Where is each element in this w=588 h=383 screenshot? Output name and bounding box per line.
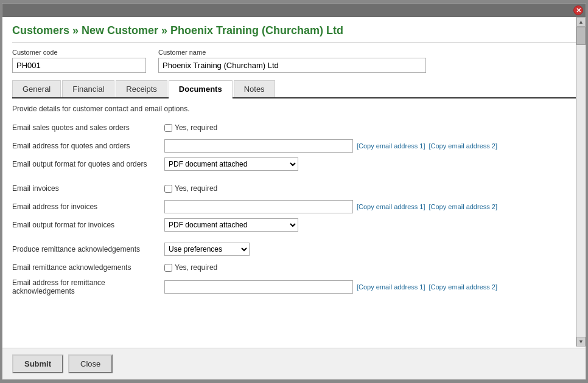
titlebar: ✕ [2, 4, 586, 17]
email-format-invoices-control: PDF document attached [164, 218, 576, 232]
produce-remittance-control: Use preferences [164, 243, 576, 256]
tab-documents[interactable]: Documents [169, 80, 233, 98]
produce-remittance-label: Produce remittance acknowledgements [12, 245, 164, 254]
copy-email2-remittance-link[interactable]: [Copy email address 2] [429, 283, 498, 291]
copy-email1-remittance-link[interactable]: [Copy email address 1] [357, 283, 425, 291]
email-remittance-label: Email remittance acknowledgements [12, 263, 164, 272]
email-address-remittance-label-group: Email address for remittance acknowledge… [12, 278, 164, 295]
email-address-invoices-row: Email address for invoices [Copy email a… [12, 199, 576, 214]
submit-button[interactable]: Submit [12, 354, 63, 373]
spacer2 [12, 236, 576, 242]
copy-email2-quotes-link[interactable]: [Copy email address 2] [429, 142, 498, 150]
customer-code-group: Customer code [12, 49, 146, 73]
spacer1 [12, 175, 576, 181]
scroll-thumb[interactable] [576, 27, 586, 45]
email-address-quotes-input[interactable] [164, 139, 353, 153]
email-address-invoices-input[interactable] [164, 200, 353, 213]
email-quotes-row: Email sales quotes and sales orders Yes,… [12, 120, 576, 135]
top-form-row: Customer code Customer name [12, 49, 576, 73]
close-button[interactable]: ✕ [573, 5, 583, 15]
produce-remittance-select[interactable]: Use preferences [164, 243, 250, 256]
email-address-invoices-label: Email address for invoices [12, 202, 164, 211]
tab-general[interactable]: General [12, 80, 61, 97]
close-footer-button[interactable]: Close [68, 354, 113, 373]
email-remittance-checkbox[interactable] [164, 264, 172, 272]
email-remittance-control: Yes, required [164, 263, 576, 272]
customer-name-input[interactable] [158, 58, 426, 73]
email-format-quotes-row: Email output format for quotes and order… [12, 157, 576, 171]
email-quotes-label: Email sales quotes and sales orders [12, 123, 164, 132]
copy-email1-quotes-link[interactable]: [Copy email address 1] [357, 142, 425, 150]
tab-financial[interactable]: Financial [62, 80, 114, 97]
tabs: General Financial Receipts Documents Not… [12, 80, 576, 98]
email-format-invoices-label: Email output format for invoices [12, 221, 164, 229]
email-address-quotes-label: Email address for quotes and orders [12, 142, 164, 150]
email-address-invoices-control: [Copy email address 1] [Copy email addre… [164, 200, 576, 213]
email-format-invoices-select[interactable]: PDF document attached [164, 218, 298, 232]
main-content: Customers » New Customer » Phoenix Train… [2, 17, 586, 348]
email-remittance-checkbox-label[interactable]: Yes, required [164, 263, 217, 272]
email-invoices-checkbox[interactable] [164, 185, 172, 193]
scroll-track[interactable] [576, 45, 586, 337]
footer: Submit Close [2, 348, 586, 379]
tab-receipts[interactable]: Receipts [116, 80, 167, 97]
email-format-quotes-select[interactable]: PDF document attached [164, 157, 298, 171]
tab-description: Provide details for customer contact and… [12, 105, 576, 113]
copy-email1-invoices-link[interactable]: [Copy email address 1] [357, 203, 425, 210]
customer-code-label: Customer code [12, 49, 146, 56]
email-format-quotes-control: PDF document attached [164, 157, 576, 171]
scroll-down-arrow[interactable]: ▼ [576, 337, 586, 347]
email-format-quotes-label: Email output format for quotes and order… [12, 160, 164, 168]
email-invoices-checkbox-label[interactable]: Yes, required [164, 184, 217, 193]
email-remittance-row: Email remittance acknowledgements Yes, r… [12, 260, 576, 275]
email-quotes-checkbox[interactable] [164, 124, 172, 132]
copy-email2-invoices-link[interactable]: [Copy email address 2] [429, 203, 498, 210]
email-address-quotes-control: [Copy email address 1] [Copy email addre… [164, 139, 576, 153]
email-quotes-control: Yes, required [164, 123, 576, 132]
email-address-quotes-row: Email address for quotes and orders [Cop… [12, 139, 576, 153]
email-address-remittance-control: [Copy email address 1] [Copy email addre… [164, 280, 576, 294]
customer-name-group: Customer name [158, 49, 426, 73]
customer-name-label: Customer name [158, 49, 426, 56]
tab-notes[interactable]: Notes [234, 80, 275, 97]
email-invoices-control: Yes, required [164, 184, 576, 193]
customer-code-input[interactable] [12, 58, 146, 73]
email-format-invoices-row: Email output format for invoices PDF doc… [12, 218, 576, 232]
email-address-remittance-input[interactable] [164, 280, 353, 294]
dialog: ✕ Customers » New Customer » Phoenix Tra… [2, 3, 586, 380]
form-section: Email sales quotes and sales orders Yes,… [12, 120, 576, 340]
breadcrumb: Customers » New Customer » Phoenix Train… [12, 24, 576, 43]
produce-remittance-row: Produce remittance acknowledgements Use … [12, 242, 576, 257]
scrollbar: ▲ ▼ [576, 17, 586, 347]
email-address-remittance-row: Email address for remittance acknowledge… [12, 278, 576, 295]
email-quotes-checkbox-label[interactable]: Yes, required [164, 123, 217, 132]
scroll-up-arrow[interactable]: ▲ [576, 17, 586, 27]
email-invoices-row: Email invoices Yes, required [12, 181, 576, 196]
email-invoices-label: Email invoices [12, 184, 164, 193]
